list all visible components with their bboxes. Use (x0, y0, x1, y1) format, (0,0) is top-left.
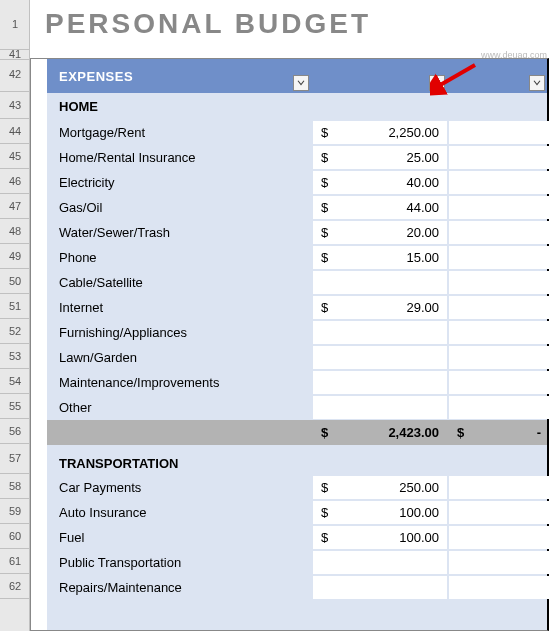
row-header[interactable]: 45 (0, 144, 30, 169)
amount-cell[interactable] (449, 296, 549, 319)
amount-cell[interactable] (449, 371, 549, 394)
amount-cell[interactable] (449, 346, 549, 369)
amount-cell[interactable]: $29.00 (313, 296, 447, 319)
filter-button-col3[interactable] (529, 75, 545, 91)
expense-label: Furnishing/Appliances (47, 325, 297, 340)
row-header[interactable]: 50 (0, 269, 30, 294)
amount-cell[interactable]: $20.00 (313, 221, 447, 244)
amount-cell[interactable] (449, 321, 549, 344)
row-header[interactable]: 43 (0, 92, 30, 119)
amount-cell[interactable] (449, 476, 549, 499)
amount-cell[interactable] (313, 321, 447, 344)
table-row: Auto Insurance $100.00 (47, 500, 547, 525)
currency-symbol: $ (321, 150, 337, 165)
row-header[interactable]: 59 (0, 499, 30, 524)
amount-cell[interactable]: $44.00 (313, 196, 447, 219)
row-header[interactable]: 1 (0, 0, 30, 50)
amount-cell[interactable]: $40.00 (313, 171, 447, 194)
expense-label: Auto Insurance (47, 505, 297, 520)
amount-cell[interactable] (449, 121, 549, 144)
row-header[interactable]: 42 (0, 58, 30, 92)
table-row: Car Payments $250.00 (47, 475, 547, 500)
amount-cell[interactable] (313, 371, 447, 394)
amount-cell[interactable]: $2,250.00 (313, 121, 447, 144)
chevron-down-icon (533, 80, 541, 86)
subtotal-row-home: $2,423.00 $- (47, 420, 547, 445)
amount-cell[interactable]: $15.00 (313, 246, 447, 269)
amount-cell[interactable]: $250.00 (313, 476, 447, 499)
amount-cell[interactable] (449, 246, 549, 269)
row-header[interactable]: 62 (0, 574, 30, 599)
expense-label: Cable/Satellite (47, 275, 297, 290)
expense-label: Repairs/Maintenance (47, 580, 297, 595)
amount-cell[interactable] (313, 551, 447, 574)
section-heading-home: HOME (47, 93, 547, 120)
amount-cell[interactable]: $100.00 (313, 501, 447, 524)
section-heading-transportation: TRANSPORTATION (47, 445, 547, 475)
amount-value: - (473, 425, 541, 440)
amount-cell[interactable]: $100.00 (313, 526, 447, 549)
currency-symbol: $ (457, 425, 473, 440)
currency-symbol: $ (321, 175, 337, 190)
filter-button-col1[interactable] (293, 75, 309, 91)
expense-label: Electricity (47, 175, 297, 190)
expense-label: Water/Sewer/Trash (47, 225, 297, 240)
table-row: Repairs/Maintenance (47, 575, 547, 600)
expense-label: Car Payments (47, 480, 297, 495)
row-header[interactable]: 46 (0, 169, 30, 194)
page-title: PERSONAL BUDGET (45, 8, 371, 40)
currency-symbol: $ (321, 505, 337, 520)
expense-label: Lawn/Garden (47, 350, 297, 365)
subtotal-amount: $2,423.00 (313, 420, 447, 445)
row-header[interactable]: 56 (0, 419, 30, 444)
table-row: Electricity $40.00 (47, 170, 547, 195)
amount-cell[interactable] (449, 526, 549, 549)
row-header[interactable]: 54 (0, 369, 30, 394)
currency-symbol: $ (321, 250, 337, 265)
amount-cell[interactable] (449, 551, 549, 574)
amount-cell[interactable] (449, 146, 549, 169)
row-header[interactable]: 58 (0, 474, 30, 499)
row-header[interactable]: 60 (0, 524, 30, 549)
amount-cell[interactable] (449, 196, 549, 219)
amount-cell[interactable] (313, 396, 447, 419)
row-header[interactable]: 51 (0, 294, 30, 319)
filter-button-col2[interactable] (429, 75, 445, 91)
amount-cell[interactable] (313, 576, 447, 599)
currency-symbol: $ (321, 300, 337, 315)
sheet-left-margin (31, 59, 47, 630)
amount-cell[interactable] (449, 271, 549, 294)
table-row: Phone $15.00 (47, 245, 547, 270)
row-header[interactable]: 44 (0, 119, 30, 144)
row-header[interactable]: 47 (0, 194, 30, 219)
row-header[interactable]: 49 (0, 244, 30, 269)
table-row: Water/Sewer/Trash $20.00 (47, 220, 547, 245)
expense-label: Gas/Oil (47, 200, 297, 215)
amount-value: 29.00 (337, 300, 439, 315)
expense-label: Mortgage/Rent (47, 125, 297, 140)
amount-value: 2,250.00 (337, 125, 439, 140)
amount-cell[interactable] (449, 576, 549, 599)
table-header-row: EXPENSES (47, 59, 547, 93)
amount-cell[interactable] (313, 271, 447, 294)
amount-cell[interactable]: $25.00 (313, 146, 447, 169)
table-row: Lawn/Garden (47, 345, 547, 370)
row-header[interactable]: 57 (0, 444, 30, 474)
chevron-down-icon (297, 80, 305, 86)
amount-cell[interactable] (449, 396, 549, 419)
row-header[interactable]: 48 (0, 219, 30, 244)
table-row: Home/Rental Insurance $25.00 (47, 145, 547, 170)
expense-label: Home/Rental Insurance (47, 150, 297, 165)
amount-cell[interactable] (313, 346, 447, 369)
row-header[interactable]: 61 (0, 549, 30, 574)
expense-label: Internet (47, 300, 297, 315)
row-header[interactable]: 55 (0, 394, 30, 419)
amount-cell[interactable] (449, 221, 549, 244)
row-header[interactable]: 52 (0, 319, 30, 344)
row-header[interactable]: 53 (0, 344, 30, 369)
currency-symbol: $ (321, 125, 337, 140)
amount-value: 250.00 (337, 480, 439, 495)
amount-cell[interactable] (449, 171, 549, 194)
expense-label: Other (47, 400, 297, 415)
amount-cell[interactable] (449, 501, 549, 524)
